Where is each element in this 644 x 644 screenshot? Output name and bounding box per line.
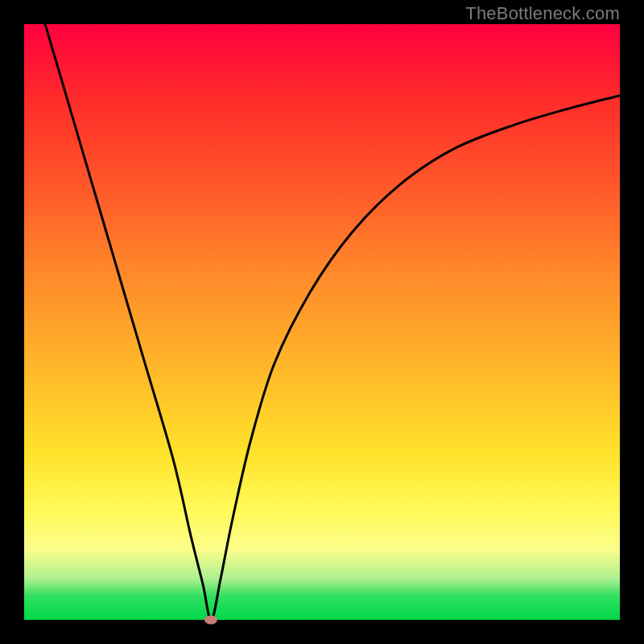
curve-path: [24, 24, 620, 620]
plot-area: [24, 24, 620, 620]
watermark-text: TheBottleneck.com: [465, 3, 620, 24]
outer-frame: TheBottleneck.com: [0, 0, 644, 644]
optimal-point-marker: [204, 616, 217, 625]
bottleneck-curve: [24, 24, 620, 620]
